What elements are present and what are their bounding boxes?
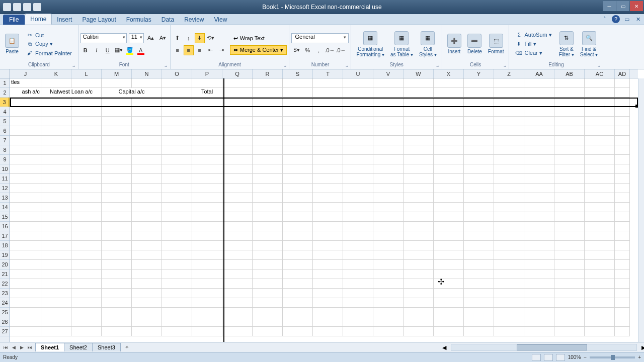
cell[interactable]	[464, 279, 494, 289]
row-header-25[interactable]: 25	[0, 308, 10, 317]
cell[interactable]	[222, 184, 253, 193]
cell[interactable]	[313, 212, 343, 222]
col-header-AD[interactable]: AD	[615, 69, 630, 78]
cell[interactable]	[102, 308, 132, 317]
cell-grid[interactable]: tlesash a/cNatwest Loan a/cCapital a/cTo…	[10, 78, 638, 342]
cell[interactable]	[343, 212, 373, 222]
cell[interactable]	[253, 78, 283, 88]
row-header-16[interactable]: 16	[0, 222, 10, 231]
cell[interactable]	[192, 164, 222, 174]
cell[interactable]	[434, 241, 464, 250]
cell[interactable]	[494, 184, 524, 193]
cell[interactable]	[313, 107, 343, 117]
cell[interactable]	[283, 212, 313, 222]
cell[interactable]	[524, 250, 554, 260]
cell[interactable]	[222, 174, 253, 184]
cell[interactable]	[554, 184, 585, 193]
cell[interactable]	[313, 164, 343, 174]
cell[interactable]	[132, 327, 162, 336]
view-page-layout-button[interactable]	[544, 354, 553, 361]
cell[interactable]	[615, 241, 630, 250]
cell[interactable]	[494, 327, 524, 336]
cut-button[interactable]: ✂Cut	[24, 31, 74, 39]
cell[interactable]	[10, 174, 41, 184]
cell[interactable]	[283, 184, 313, 193]
border-button[interactable]: ▦▾	[114, 45, 124, 55]
cell[interactable]	[283, 136, 313, 145]
cell[interactable]	[615, 155, 630, 164]
cell[interactable]	[464, 126, 494, 136]
cell[interactable]	[162, 174, 192, 184]
cell[interactable]	[554, 231, 585, 241]
cell[interactable]	[10, 308, 41, 317]
cell[interactable]	[615, 298, 630, 308]
cell[interactable]	[192, 203, 222, 212]
cell[interactable]	[162, 317, 192, 327]
col-header-O[interactable]: O	[162, 69, 192, 78]
cell[interactable]	[494, 107, 524, 117]
col-header-W[interactable]: W	[404, 69, 434, 78]
cell[interactable]	[464, 327, 494, 336]
cell[interactable]	[434, 269, 464, 279]
cell[interactable]	[554, 203, 585, 212]
cell[interactable]	[222, 231, 253, 241]
cell[interactable]	[585, 250, 615, 260]
cell[interactable]	[404, 155, 434, 164]
cell[interactable]	[343, 164, 373, 174]
select-all-corner[interactable]	[0, 69, 10, 78]
clear-button[interactable]: ⌫Clear ▾	[513, 49, 553, 57]
cell[interactable]	[71, 298, 102, 308]
cell[interactable]	[464, 269, 494, 279]
cell[interactable]	[192, 126, 222, 136]
cell[interactable]	[464, 155, 494, 164]
cell[interactable]	[615, 308, 630, 317]
cell[interactable]	[373, 145, 404, 155]
col-header-X[interactable]: X	[434, 69, 464, 78]
cell[interactable]	[71, 241, 102, 250]
cell[interactable]	[41, 117, 71, 126]
cell[interactable]	[554, 260, 585, 269]
cell[interactable]	[71, 279, 102, 289]
col-header-U[interactable]: U	[343, 69, 373, 78]
row-header-26[interactable]: 26	[0, 317, 10, 327]
cell[interactable]	[404, 222, 434, 231]
cell[interactable]	[343, 317, 373, 327]
align-middle-button[interactable]: ↕	[184, 33, 194, 43]
cell[interactable]	[585, 136, 615, 145]
cell[interactable]	[162, 298, 192, 308]
cell[interactable]	[132, 241, 162, 250]
cell[interactable]	[10, 184, 41, 193]
cell[interactable]	[102, 174, 132, 184]
vertical-scrollbar[interactable]	[638, 78, 644, 342]
cell[interactable]	[404, 174, 434, 184]
cell[interactable]	[71, 212, 102, 222]
orientation-button[interactable]: ⟲▾	[206, 33, 216, 43]
cell[interactable]	[132, 317, 162, 327]
cell[interactable]	[41, 78, 71, 88]
cell[interactable]	[494, 222, 524, 231]
cell[interactable]	[192, 269, 222, 279]
cell[interactable]	[464, 98, 494, 107]
cell[interactable]	[494, 164, 524, 174]
cell[interactable]	[464, 193, 494, 203]
cell[interactable]	[343, 250, 373, 260]
cell[interactable]	[192, 184, 222, 193]
cell[interactable]	[554, 78, 585, 88]
cell[interactable]	[373, 155, 404, 164]
cell[interactable]	[343, 269, 373, 279]
cell[interactable]	[102, 78, 132, 88]
cell[interactable]	[554, 222, 585, 231]
cell[interactable]	[434, 231, 464, 241]
cell[interactable]	[615, 98, 630, 107]
cell[interactable]	[554, 145, 585, 155]
cell[interactable]	[373, 136, 404, 145]
sheet-nav-first[interactable]: ⏮	[2, 344, 9, 351]
cell[interactable]	[222, 308, 253, 317]
row-header-18[interactable]: 18	[0, 241, 10, 250]
cell[interactable]	[253, 222, 283, 231]
cell[interactable]	[253, 155, 283, 164]
row-header-9[interactable]: 9	[0, 155, 10, 164]
cell[interactable]	[10, 136, 41, 145]
cell[interactable]	[404, 98, 434, 107]
cell[interactable]	[615, 145, 630, 155]
